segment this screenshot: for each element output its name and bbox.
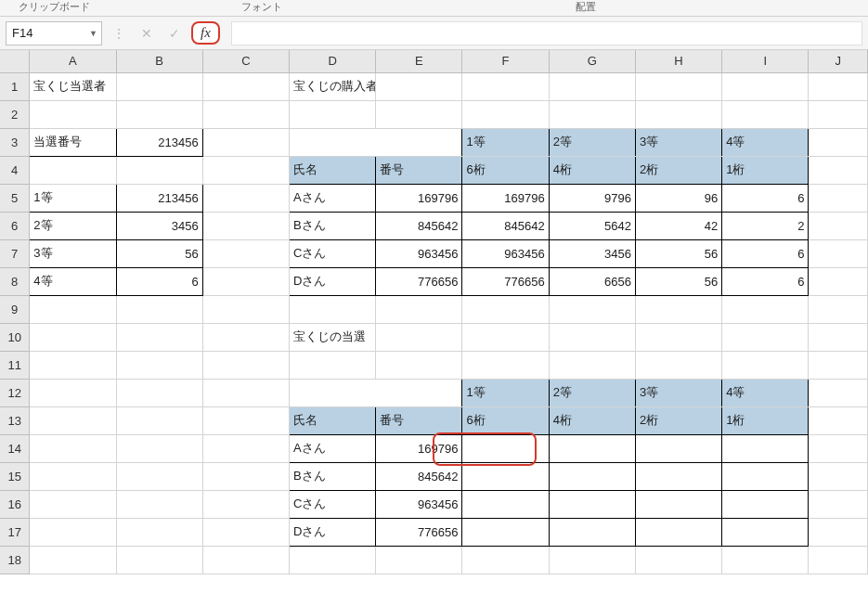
cell[interactable]: [462, 351, 549, 379]
cell[interactable]: [549, 490, 635, 518]
cell[interactable]: 42: [635, 212, 721, 239]
cell[interactable]: [722, 490, 809, 518]
cell[interactable]: [30, 100, 116, 128]
cell[interactable]: 169796: [462, 184, 549, 212]
cell[interactable]: 1桁: [722, 406, 809, 434]
col-header[interactable]: I: [722, 50, 809, 72]
cell[interactable]: [462, 518, 549, 546]
cell[interactable]: 6桁: [462, 156, 549, 184]
cell[interactable]: 4桁: [549, 156, 635, 184]
cell[interactable]: 776656: [376, 518, 462, 546]
cell[interactable]: Aさん: [289, 434, 375, 462]
cell[interactable]: [116, 100, 202, 128]
cell[interactable]: [809, 518, 868, 546]
cell[interactable]: [635, 323, 721, 351]
cell[interactable]: [722, 434, 809, 462]
cell[interactable]: [202, 100, 289, 128]
cell[interactable]: 2等: [30, 212, 116, 239]
cell[interactable]: [202, 239, 289, 267]
cell[interactable]: Cさん: [289, 490, 375, 518]
row-header[interactable]: 1: [0, 72, 30, 100]
cell[interactable]: [116, 434, 202, 462]
row-header[interactable]: 8: [0, 267, 30, 295]
cell[interactable]: [30, 156, 116, 184]
cell[interactable]: 56: [635, 239, 721, 267]
cell[interactable]: [289, 100, 375, 128]
cell[interactable]: [549, 462, 635, 490]
row-header[interactable]: 18: [0, 546, 30, 574]
cell[interactable]: [809, 490, 868, 518]
cell[interactable]: 6: [722, 184, 809, 212]
cell[interactable]: [202, 295, 289, 323]
cell[interactable]: [549, 295, 635, 323]
cell[interactable]: [635, 100, 721, 128]
cell[interactable]: 氏名: [289, 406, 375, 434]
cell[interactable]: 2: [722, 212, 809, 239]
cell[interactable]: [809, 72, 868, 100]
cell[interactable]: 169796: [376, 184, 462, 212]
cell[interactable]: [635, 462, 721, 490]
cell[interactable]: [635, 295, 721, 323]
cell[interactable]: [116, 379, 202, 406]
cell[interactable]: [30, 351, 116, 379]
cell[interactable]: [30, 323, 116, 351]
cell[interactable]: 宝くじの当選: [289, 323, 375, 351]
cell[interactable]: [30, 490, 116, 518]
cell[interactable]: [722, 351, 809, 379]
cell[interactable]: Dさん: [289, 518, 375, 546]
cell[interactable]: [376, 546, 462, 574]
cell[interactable]: [202, 323, 289, 351]
cell[interactable]: 番号: [376, 156, 462, 184]
row-header[interactable]: 6: [0, 212, 30, 239]
cell[interactable]: [722, 100, 809, 128]
cell[interactable]: Aさん: [289, 184, 375, 212]
cell[interactable]: [202, 546, 289, 574]
cell[interactable]: [202, 212, 289, 239]
cell[interactable]: [462, 72, 549, 100]
cell[interactable]: [635, 351, 721, 379]
cell[interactable]: [462, 295, 549, 323]
cell[interactable]: [116, 295, 202, 323]
cell[interactable]: 776656: [462, 267, 549, 295]
row-header[interactable]: 4: [0, 156, 30, 184]
cell[interactable]: [809, 379, 868, 406]
cell[interactable]: 6: [722, 267, 809, 295]
cell[interactable]: 845642: [376, 462, 462, 490]
col-header[interactable]: G: [549, 50, 635, 72]
cell[interactable]: 4桁: [549, 406, 635, 434]
cell[interactable]: [116, 518, 202, 546]
cell[interactable]: [809, 267, 868, 295]
cell[interactable]: 2桁: [635, 156, 721, 184]
cell[interactable]: 963456: [376, 239, 462, 267]
cell[interactable]: [202, 462, 289, 490]
cell[interactable]: [462, 462, 549, 490]
cell[interactable]: [809, 351, 868, 379]
cell[interactable]: [376, 72, 462, 100]
cell[interactable]: [809, 406, 868, 434]
cell[interactable]: 4等: [722, 128, 809, 156]
cell[interactable]: [116, 406, 202, 434]
cell[interactable]: [376, 351, 462, 379]
cell[interactable]: 2等: [549, 128, 635, 156]
cell[interactable]: [202, 518, 289, 546]
cell[interactable]: [809, 295, 868, 323]
cell[interactable]: [722, 518, 809, 546]
cell[interactable]: [809, 462, 868, 490]
cell[interactable]: 56: [635, 267, 721, 295]
cell[interactable]: [809, 434, 868, 462]
cell[interactable]: [116, 490, 202, 518]
cell[interactable]: 963456: [376, 490, 462, 518]
cell[interactable]: [30, 462, 116, 490]
cell[interactable]: 当選番号: [30, 128, 116, 156]
row-header[interactable]: 10: [0, 323, 30, 351]
cell[interactable]: 宝くじ当選者: [30, 72, 116, 100]
cell[interactable]: [549, 546, 635, 574]
cell[interactable]: [202, 490, 289, 518]
cell[interactable]: [376, 323, 462, 351]
cell[interactable]: 3等: [635, 379, 721, 406]
col-header[interactable]: H: [635, 50, 721, 72]
cell[interactable]: [462, 546, 549, 574]
cell[interactable]: [635, 546, 721, 574]
cell[interactable]: 宝くじの購入者: [289, 72, 375, 100]
row-header[interactable]: 11: [0, 351, 30, 379]
